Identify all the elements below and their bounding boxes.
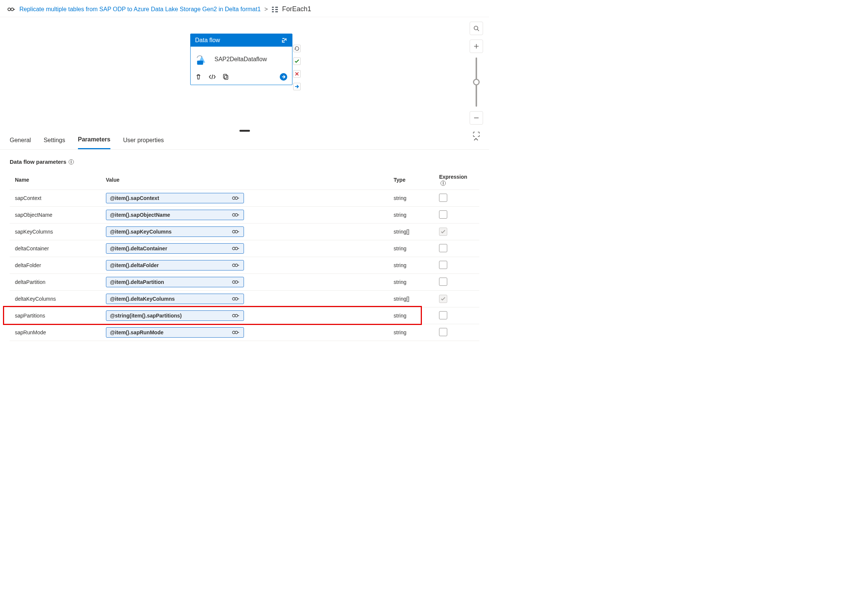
col-header-name: Name bbox=[10, 170, 101, 190]
activity-status-column bbox=[293, 45, 301, 90]
param-expression-cell bbox=[434, 224, 479, 240]
svg-rect-10 bbox=[223, 74, 227, 78]
param-value-cell: @item().deltaKeyColumns bbox=[101, 291, 389, 307]
param-expression-cell bbox=[434, 207, 479, 224]
param-value-input[interactable]: @item().sapKeyColumns bbox=[106, 227, 244, 237]
table-row: deltaKeyColumns@item().deltaKeyColumnsst… bbox=[10, 291, 479, 307]
table-row: sapPartitions@string(item().sapPartition… bbox=[10, 307, 479, 324]
param-expression-cell bbox=[434, 257, 479, 274]
param-name: deltaKeyColumns bbox=[10, 291, 101, 307]
param-type: string bbox=[388, 190, 434, 207]
param-value-cell: @item().deltaFolder bbox=[101, 257, 389, 274]
zoom-in-button[interactable] bbox=[470, 40, 483, 53]
param-type: string[] bbox=[388, 224, 434, 240]
svg-point-20 bbox=[235, 247, 238, 250]
svg-rect-3 bbox=[272, 9, 274, 10]
param-expression-cell bbox=[434, 274, 479, 291]
param-name: sapKeyColumns bbox=[10, 224, 101, 240]
status-fail-icon[interactable] bbox=[293, 70, 301, 78]
param-type: string bbox=[388, 324, 434, 341]
info-icon[interactable]: i bbox=[69, 159, 74, 165]
svg-point-22 bbox=[235, 264, 238, 266]
param-value-cell: @item().sapObjectName bbox=[101, 207, 389, 224]
tab-general[interactable]: General bbox=[10, 132, 31, 149]
svg-point-28 bbox=[235, 314, 238, 317]
svg-point-12 bbox=[474, 26, 478, 30]
delete-icon[interactable] bbox=[195, 73, 202, 80]
tab-parameters[interactable]: Parameters bbox=[78, 131, 110, 149]
col-header-expression: Expression i bbox=[434, 170, 479, 190]
breadcrumb-separator: > bbox=[265, 6, 268, 13]
svg-rect-6 bbox=[275, 9, 278, 10]
breadcrumb-link[interactable]: Replicate multiple tables from SAP ODP t… bbox=[19, 6, 261, 13]
zoom-out-button[interactable] bbox=[470, 111, 483, 125]
param-name: sapContext bbox=[10, 190, 101, 207]
expression-checkbox[interactable] bbox=[439, 194, 447, 202]
param-type: string bbox=[388, 274, 434, 291]
param-value-input[interactable]: @string(item().sapPartitions) bbox=[106, 310, 244, 321]
param-value-input[interactable]: @item().deltaPartition bbox=[106, 277, 244, 287]
svg-rect-7 bbox=[275, 11, 278, 12]
table-row: deltaFolder@item().deltaFolderstring bbox=[10, 257, 479, 274]
svg-point-17 bbox=[232, 230, 235, 233]
param-value-cell: @item().sapContext bbox=[101, 190, 389, 207]
param-value-input[interactable]: @item().sapContext bbox=[106, 193, 244, 203]
svg-rect-9 bbox=[225, 75, 228, 79]
search-icon[interactable] bbox=[470, 22, 483, 35]
collapse-panel-icon[interactable] bbox=[473, 136, 479, 143]
expression-checkbox[interactable] bbox=[439, 244, 447, 252]
param-expression-cell bbox=[434, 307, 479, 324]
svg-point-0 bbox=[8, 8, 11, 11]
go-arrow-icon[interactable] bbox=[279, 73, 288, 81]
svg-rect-4 bbox=[272, 11, 274, 12]
open-in-new-icon[interactable] bbox=[281, 37, 288, 43]
col-header-value: Value bbox=[101, 170, 389, 190]
status-skip-icon[interactable] bbox=[293, 83, 301, 90]
param-value-input[interactable]: @item().deltaKeyColumns bbox=[106, 293, 244, 304]
param-type: string bbox=[388, 207, 434, 224]
details-tabs: General Settings Parameters User propert… bbox=[0, 131, 489, 150]
param-value-input[interactable]: @item().deltaFolder bbox=[106, 260, 244, 270]
zoom-slider[interactable] bbox=[471, 57, 482, 107]
expression-checkbox[interactable] bbox=[439, 311, 447, 319]
param-type: string bbox=[388, 307, 434, 324]
param-value-cell: @item().deltaContainer bbox=[101, 240, 389, 257]
expression-checkbox bbox=[439, 295, 447, 303]
param-expression-cell bbox=[434, 190, 479, 207]
canvas[interactable]: Data flow SAP2DeltaDataflow bbox=[0, 17, 489, 131]
param-type: string[] bbox=[388, 291, 434, 307]
expression-checkbox[interactable] bbox=[439, 278, 447, 286]
dataflow-activity-card[interactable]: Data flow SAP2DeltaDataflow bbox=[190, 34, 293, 85]
section-heading-label: Data flow parameters bbox=[10, 158, 67, 165]
param-name: deltaPartition bbox=[10, 274, 101, 291]
expression-checkbox bbox=[439, 228, 447, 236]
svg-point-26 bbox=[235, 297, 238, 300]
param-value-cell: @item().sapRunMode bbox=[101, 324, 389, 341]
status-retry-icon[interactable] bbox=[293, 45, 301, 52]
tab-user-properties[interactable]: User properties bbox=[123, 132, 164, 149]
expression-checkbox[interactable] bbox=[439, 210, 447, 219]
param-expression-cell bbox=[434, 240, 479, 257]
svg-point-23 bbox=[232, 281, 235, 283]
svg-point-24 bbox=[235, 281, 238, 283]
table-row: sapKeyColumns@item().sapKeyColumnsstring… bbox=[10, 224, 479, 240]
param-value-input[interactable]: @item().sapObjectName bbox=[106, 210, 244, 220]
dataflow-icon bbox=[195, 53, 209, 66]
clone-icon[interactable] bbox=[223, 73, 229, 80]
expression-checkbox[interactable] bbox=[439, 328, 447, 336]
code-icon[interactable] bbox=[209, 73, 216, 80]
table-row: deltaContainer@item().deltaContainerstri… bbox=[10, 240, 479, 257]
expression-checkbox[interactable] bbox=[439, 261, 447, 269]
param-value-cell: @string(item().sapPartitions) bbox=[101, 307, 389, 324]
param-value-input[interactable]: @item().sapRunMode bbox=[106, 327, 244, 338]
table-row: sapContext@item().sapContextstring bbox=[10, 190, 479, 207]
param-value-input[interactable]: @item().deltaContainer bbox=[106, 243, 244, 254]
breadcrumb-current: ForEach1 bbox=[282, 5, 311, 13]
breadcrumb: Replicate multiple tables from SAP ODP t… bbox=[0, 0, 489, 17]
status-success-icon[interactable] bbox=[293, 57, 301, 65]
svg-point-14 bbox=[235, 197, 238, 199]
tab-settings[interactable]: Settings bbox=[43, 132, 65, 149]
info-icon[interactable]: i bbox=[440, 180, 446, 186]
param-name: sapPartitions bbox=[10, 307, 101, 324]
param-value-cell: @item().sapKeyColumns bbox=[101, 224, 389, 240]
